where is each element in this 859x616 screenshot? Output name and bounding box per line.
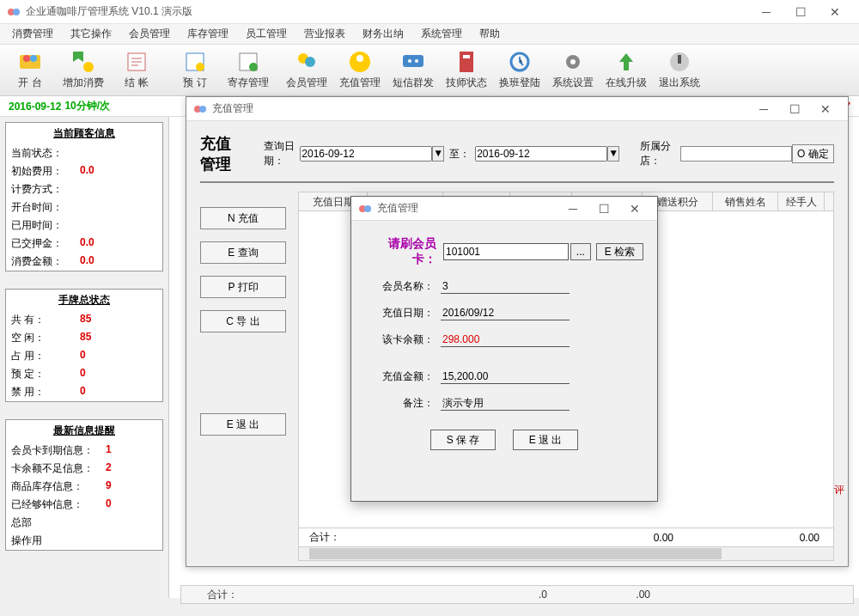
card-balance-value	[441, 332, 570, 347]
card-browse-button[interactable]: ...	[570, 243, 591, 260]
panel-customer: 当前顾客信息 当前状态：初始费用：0.0计费方式：开台时间：已用时间：已交押金：…	[5, 122, 163, 271]
recharge-heading: 充值管理	[200, 133, 238, 174]
review-link[interactable]: 评	[834, 483, 844, 497]
toolbar-reserve[interactable]: 预 订	[168, 46, 222, 94]
panel-row: 卡余额不足信息：2	[6, 460, 162, 478]
grid-hscrollbar[interactable]	[299, 546, 833, 560]
menu-7[interactable]: 系统管理	[412, 27, 471, 41]
exit-button[interactable]: E 退 出	[513, 430, 578, 450]
date-to-dropdown[interactable]: ▼	[607, 146, 619, 162]
panel-row: 会员卡到期信息：1	[6, 442, 162, 460]
toolbar-label: 系统设置	[552, 76, 594, 90]
note-label: 备注：	[365, 396, 434, 411]
panel-row: 占 用：0	[6, 347, 162, 365]
recharge-form-min[interactable]: ─	[557, 202, 588, 216]
toolbar-shift[interactable]: 换班登陆	[493, 46, 546, 94]
grid-col[interactable]: 经手人	[778, 192, 825, 210]
menu-5[interactable]: 营业报表	[295, 27, 354, 41]
query-date-label: 查询日期：	[264, 139, 295, 168]
menu-8[interactable]: 帮助	[471, 27, 509, 41]
toolbar-settings[interactable]: 系统设置	[546, 46, 600, 94]
svg-point-5	[83, 62, 94, 72]
status-rate: 10分钟/次	[64, 99, 110, 113]
card-balance-label: 该卡余额：	[365, 332, 434, 347]
side-btn-1[interactable]: E 查询	[200, 241, 286, 264]
recharge-list-max[interactable]: ☐	[779, 102, 810, 116]
toolbar-label: 短信群发	[393, 76, 434, 90]
toolbar-deposit[interactable]: 寄存管理	[222, 46, 275, 94]
svg-point-16	[408, 59, 411, 63]
panel-row: 空 闲：85	[6, 329, 162, 347]
recharge-icon	[193, 102, 207, 116]
grid-total-2: 0.00	[687, 532, 833, 544]
toolbar-recharge[interactable]: 充值管理	[333, 46, 387, 94]
upgrade-icon	[614, 50, 638, 74]
side-btn-4[interactable]: E 退 出	[200, 413, 286, 436]
date-from-input[interactable]	[300, 146, 432, 162]
save-button[interactable]: S 保 存	[430, 430, 496, 450]
menu-3[interactable]: 库存管理	[179, 27, 237, 41]
member-name-input[interactable]	[441, 279, 570, 294]
bottom-total-1: .0	[444, 589, 547, 601]
menu-4[interactable]: 员工管理	[237, 27, 295, 41]
recharge-list-min[interactable]: ─	[748, 102, 779, 116]
menu-6[interactable]: 财务出纳	[354, 27, 412, 41]
menu-2[interactable]: 会员管理	[120, 27, 179, 41]
recharge-form-max[interactable]: ☐	[588, 202, 619, 216]
side-btn-3[interactable]: C 导 出	[200, 310, 286, 332]
minimize-button[interactable]: ─	[749, 1, 783, 23]
recharge-date-input[interactable]	[441, 306, 570, 320]
toolbar-upgrade[interactable]: 在线升级	[600, 46, 653, 94]
card-search-button[interactable]: E 检索	[596, 243, 643, 260]
note-input[interactable]	[441, 396, 570, 411]
menu-0[interactable]: 消费管理	[3, 27, 62, 41]
store-input[interactable]	[680, 146, 792, 162]
svg-point-4	[30, 55, 37, 62]
grid-total-1: 0.00	[541, 532, 687, 544]
toolbar-sms[interactable]: 短信群发	[387, 46, 440, 94]
svg-point-3	[23, 55, 30, 62]
card-input[interactable]	[443, 243, 569, 260]
date-from-dropdown[interactable]: ▼	[432, 146, 444, 162]
toolbar-exit[interactable]: 退出系统	[653, 46, 706, 94]
panel-row: 计费方式：	[6, 180, 162, 198]
grid-total-label: 合计：	[299, 530, 350, 545]
settings-icon	[561, 50, 585, 74]
swipe-card-label: 请刷会员卡：	[365, 236, 436, 267]
side-btn-0[interactable]: N 充值	[200, 207, 286, 229]
toolbar-label: 换班登陆	[499, 76, 540, 90]
date-to-input[interactable]	[475, 146, 607, 162]
svg-rect-24	[678, 55, 681, 64]
grid-col[interactable]: 销售姓名	[713, 192, 778, 210]
side-btn-2[interactable]: P 打印	[200, 276, 286, 298]
app-title: 企业通咖啡厅管理系统 V10.1 演示版	[26, 4, 749, 19]
toolbar-label: 充值管理	[339, 76, 381, 90]
recharge-form-close[interactable]: ✕	[619, 202, 650, 216]
toolbar-label: 增加消费	[63, 76, 104, 90]
toolbar-tech[interactable]: 技师状态	[440, 46, 493, 94]
panel-row: 初始费用：0.0	[6, 162, 162, 180]
toolbar-label: 开 台	[18, 76, 41, 90]
member-icon	[295, 50, 319, 74]
close-button[interactable]: ✕	[818, 1, 852, 23]
toolbar-add-consume[interactable]: 增加消费	[57, 46, 110, 94]
bottom-footer: 合计： .0 .00	[180, 585, 854, 604]
recharge-form-dialog: 充值管理 ─ ☐ ✕ 请刷会员卡： ... E 检索 会员名称： 充值日期： 该…	[350, 196, 658, 502]
toolbar-checkout[interactable]: 结 帐	[110, 46, 163, 94]
toolbar-member[interactable]: 会员管理	[280, 46, 333, 94]
panel-row: 当前状态：	[6, 144, 162, 162]
panel-alerts-title: 最新信息提醒	[6, 420, 162, 442]
panel-row: 预 定：0	[6, 365, 162, 383]
open-table-icon	[18, 50, 42, 74]
maximize-button[interactable]: ☐	[783, 1, 818, 23]
svg-point-14	[356, 55, 363, 62]
member-name-label: 会员名称：	[365, 279, 434, 294]
svg-rect-18	[460, 52, 473, 72]
menu-1[interactable]: 其它操作	[62, 27, 120, 41]
sms-icon	[401, 50, 425, 74]
confirm-button[interactable]: O 确定	[792, 144, 834, 163]
panel-row: 商品库存信息：9	[6, 478, 162, 496]
toolbar-open-table[interactable]: 开 台	[3, 46, 57, 94]
recharge-amount-input[interactable]	[441, 369, 570, 384]
recharge-list-close[interactable]: ✕	[810, 102, 841, 116]
